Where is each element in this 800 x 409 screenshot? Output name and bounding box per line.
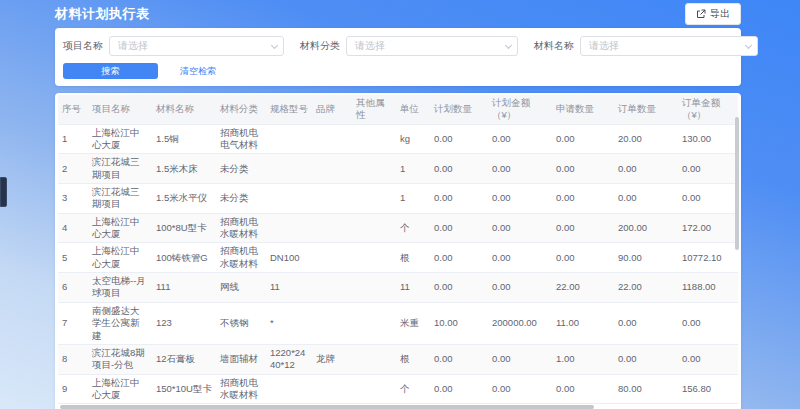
cell-plan-qty: 0.00 — [430, 243, 488, 273]
cell-material-name: 111 — [152, 273, 216, 303]
cell-spec-model: 1220*2440*12 — [266, 344, 312, 374]
table-row[interactable]: 9 上海松江中心大厦 150*10U型卡 招商机电 水暖材料 个 0.00 0.… — [58, 374, 738, 404]
filter-panel: 项目名称 请选择 材料分类 请选择 材料名称 请选择 — [55, 28, 741, 86]
cell-plan-qty: 0.00 — [430, 273, 488, 303]
cell-request-qty: 0.00 — [552, 124, 614, 154]
cell-material-category: 网线 — [216, 273, 266, 303]
cell-project-name: 上海松江中心大厦 — [88, 124, 152, 154]
cell-material-category: 招商机电 电气材料 — [216, 124, 266, 154]
cell-spec-model: 11 — [266, 273, 312, 303]
cell-plan-amount: 0.00 — [488, 213, 552, 243]
cell-brand — [312, 273, 352, 303]
cell-request-qty: 22.00 — [552, 273, 614, 303]
cell-index: 3 — [58, 184, 88, 214]
cell-plan-amount: 0.00 — [488, 374, 552, 404]
material-name-label: 材料名称 — [534, 39, 574, 53]
material-category-select[interactable]: 请选择 — [346, 36, 518, 56]
cell-index: 8 — [58, 344, 88, 374]
cell-project-name: 上海松江中心大厦 — [88, 243, 152, 273]
cell-order-amount: 0.00 — [678, 302, 738, 344]
material-category-placeholder: 请选择 — [355, 39, 385, 53]
cell-unit: 根 — [396, 344, 430, 374]
cell-order-amount: 0.00 — [678, 154, 738, 184]
cell-order-amount: 156.80 — [678, 374, 738, 404]
cell-material-category: 招商机电 水暖材料 — [216, 213, 266, 243]
table-row[interactable]: 6 太空电梯--月球项目 111 网线 11 11 0.00 0.00 22.0… — [58, 273, 738, 303]
cell-other-attrs — [352, 184, 396, 214]
cell-brand — [312, 124, 352, 154]
table-header-cell: 订单金额（¥） — [678, 95, 738, 124]
vertical-scrollbar-thumb[interactable] — [735, 117, 739, 250]
cell-material-category: 招商机电 水暖材料 — [216, 243, 266, 273]
cell-order-qty: 0.00 — [614, 302, 678, 344]
cell-material-name: 1.5米水平仪 — [152, 184, 216, 214]
table-header-cell: 订单数量 — [614, 95, 678, 124]
chevron-down-icon — [505, 42, 512, 49]
cell-brand — [312, 302, 352, 344]
horizontal-scrollbar-thumb[interactable] — [60, 405, 594, 409]
filter-project: 项目名称 请选择 — [63, 36, 284, 56]
cell-spec-model: DN100 — [266, 243, 312, 273]
cell-order-qty: 22.00 — [614, 273, 678, 303]
table-header-row: 序号项目名称材料名称材料分类规格型号品牌其他属性单位计划数量计划金额（¥）申请数… — [58, 95, 738, 124]
table-row[interactable]: 4 上海松江中心大厦 100*8U型卡 招商机电 水暖材料 个 0.00 0.0… — [58, 213, 738, 243]
cell-order-amount: 130.00 — [678, 124, 738, 154]
table-header-cell: 单位 — [396, 95, 430, 124]
table-row[interactable]: 7 南侧盛达大学生公寓新建 123 不锈钢 * 米重 10.00 200000.… — [58, 302, 738, 344]
cell-plan-qty: 0.00 — [430, 374, 488, 404]
cell-material-name: 100*8U型卡 — [152, 213, 216, 243]
cell-other-attrs — [352, 124, 396, 154]
export-button[interactable]: 导出 — [685, 3, 741, 25]
chevron-down-icon — [745, 42, 752, 49]
table-row[interactable]: 3 滨江花城三期项目 1.5米水平仪 未分类 1 0.00 0.00 0.00 … — [58, 184, 738, 214]
title-bar: 材料计划执行表 导出 — [55, 0, 741, 26]
cell-order-qty: 20.00 — [614, 124, 678, 154]
cell-spec-model — [266, 213, 312, 243]
table-row[interactable]: 2 滨江花城三期项目 1.5米木床 未分类 1 0.00 0.00 0.00 0… — [58, 154, 738, 184]
cell-material-name: 1.5铜 — [152, 124, 216, 154]
cell-material-name: 12石膏板 — [152, 344, 216, 374]
table-row[interactable]: 1 上海松江中心大厦 1.5铜 招商机电 电气材料 kg 0.00 0.00 0… — [58, 124, 738, 154]
cell-brand — [312, 374, 352, 404]
cell-project-name: 上海松江中心大厦 — [88, 213, 152, 243]
cell-brand — [312, 213, 352, 243]
cell-brand — [312, 184, 352, 214]
clear-search-link[interactable]: 清空检索 — [180, 65, 216, 78]
page-title: 材料计划执行表 — [55, 5, 150, 23]
table-header-cell: 材料分类 — [216, 95, 266, 124]
cell-material-category: 招商机电 水暖材料 — [216, 374, 266, 404]
cell-brand — [312, 243, 352, 273]
cell-project-name: 滨江花城8期项目-分包 — [88, 344, 152, 374]
cell-brand — [312, 154, 352, 184]
cell-project-name: 滨江花城三期项目 — [88, 184, 152, 214]
table-header-cell: 申请数量 — [552, 95, 614, 124]
table-header-cell: 序号 — [58, 95, 88, 124]
cell-index: 5 — [58, 243, 88, 273]
cell-other-attrs — [352, 273, 396, 303]
search-button[interactable]: 搜索 — [63, 63, 158, 79]
cell-plan-qty: 10.00 — [430, 302, 488, 344]
table-row[interactable]: 8 滨江花城8期项目-分包 12石膏板 墙面辅材 1220*2440*12 龙牌… — [58, 344, 738, 374]
cell-unit: 米重 — [396, 302, 430, 344]
material-name-select[interactable]: 请选择 — [580, 36, 758, 56]
cell-spec-model: * — [266, 302, 312, 344]
cell-unit: 根 — [396, 243, 430, 273]
cell-material-name: 123 — [152, 302, 216, 344]
cell-unit: kg — [396, 124, 430, 154]
cell-other-attrs — [352, 213, 396, 243]
table-row[interactable]: 5 上海松江中心大厦 100铸铁管G 招商机电 水暖材料 DN100 根 0.0… — [58, 243, 738, 273]
cell-index: 2 — [58, 154, 88, 184]
cell-spec-model — [266, 374, 312, 404]
project-name-placeholder: 请选择 — [118, 39, 148, 53]
cell-other-attrs — [352, 344, 396, 374]
project-name-select[interactable]: 请选择 — [109, 36, 284, 56]
material-name-placeholder: 请选择 — [589, 39, 619, 53]
cell-unit: 个 — [396, 213, 430, 243]
sidebar-collapse-handle[interactable] — [0, 177, 7, 207]
cell-material-category: 未分类 — [216, 184, 266, 214]
cell-plan-amount: 0.00 — [488, 154, 552, 184]
cell-spec-model — [266, 184, 312, 214]
cell-other-attrs — [352, 302, 396, 344]
cell-order-amount: 1188.00 — [678, 273, 738, 303]
cell-request-qty: 1.00 — [552, 344, 614, 374]
